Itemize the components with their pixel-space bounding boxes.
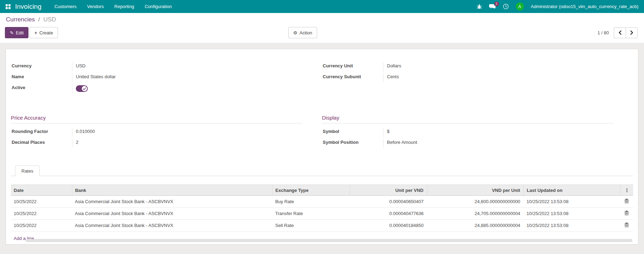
- breadcrumb: Currencies / USD: [6, 16, 638, 23]
- menu-configuration[interactable]: Configuration: [139, 0, 177, 13]
- messages-icon[interactable]: 1: [489, 4, 496, 9]
- currency-subunit-value: Cents: [383, 73, 399, 80]
- pager: 1 / 80: [597, 27, 638, 38]
- cell-exchange-type[interactable]: Sell Rate: [272, 220, 350, 232]
- cell-last-updated[interactable]: 10/25/2022 13:53:08: [524, 220, 620, 232]
- cell-exchange-type[interactable]: Transfer Rate: [272, 208, 350, 220]
- messages-badge: 1: [494, 1, 499, 6]
- cell-last-updated[interactable]: 10/25/2022 13:53:08: [524, 208, 620, 220]
- plus-icon: +: [34, 31, 37, 35]
- cell-date[interactable]: 10/25/2022: [11, 196, 72, 208]
- price-accuracy-section: Price Accuracy Rounding Factor 0.010000 …: [11, 115, 322, 150]
- currency-unit-label: Currency Unit: [322, 62, 383, 72]
- delete-row-button[interactable]: [624, 199, 629, 203]
- active-toggle[interactable]: [76, 85, 88, 92]
- gear-icon: ⚙: [293, 31, 297, 35]
- active-label: Active: [11, 84, 72, 93]
- edit-button[interactable]: ✎ Edit: [5, 27, 28, 38]
- chevron-right-icon: [630, 31, 633, 35]
- activities-clock-icon[interactable]: [503, 4, 509, 9]
- cell-unit-per-vnd[interactable]: 0.000040184850: [350, 220, 427, 232]
- breadcrumb-current: USD: [43, 16, 56, 23]
- top-navbar: Invoicing Customers Vendors Reporting Co…: [0, 0, 644, 13]
- debug-bug-icon[interactable]: [477, 4, 482, 9]
- symbol-position-value: Before Amount: [383, 139, 417, 146]
- optional-columns-button[interactable]: ⋮: [620, 185, 633, 196]
- pager-next-button[interactable]: [626, 27, 638, 38]
- cell-vnd-per-unit[interactable]: 24,600.000000000000: [427, 196, 524, 208]
- decimal-places-label: Decimal Places: [11, 139, 72, 148]
- delete-row-button[interactable]: [624, 222, 629, 227]
- apps-menu-icon[interactable]: [6, 4, 11, 9]
- cell-bank[interactable]: Asia Commercial Joint Stock Bank - ASCBV…: [72, 220, 272, 232]
- notebook: Rates Date Bank Exchange Type Unit per V…: [11, 165, 633, 241]
- toggle-check-icon: [82, 86, 87, 91]
- user-avatar[interactable]: A: [516, 2, 524, 11]
- name-value: United States dollar: [72, 73, 116, 80]
- display-section: Display Symbol $ Symbol Position Before …: [322, 115, 633, 150]
- symbol-value: $: [383, 128, 389, 135]
- symbol-position-label: Symbol Position: [322, 139, 383, 148]
- cell-unit-per-vnd[interactable]: 0.000040650407: [350, 196, 427, 208]
- cell-date[interactable]: 10/25/2022: [11, 220, 72, 232]
- screen: Invoicing Customers Vendors Reporting Co…: [0, 0, 644, 254]
- vertical-dots-icon: ⋮: [623, 187, 630, 193]
- table-row[interactable]: 10/25/2022 Asia Commercial Joint Stock B…: [11, 196, 633, 208]
- app-name[interactable]: Invoicing: [15, 3, 41, 11]
- rounding-factor-value: 0.010000: [72, 128, 95, 135]
- cell-bank[interactable]: Asia Commercial Joint Stock Bank - ASCBV…: [72, 196, 272, 208]
- main-menu: Customers Vendors Reporting Configuratio…: [49, 0, 177, 13]
- trash-icon: [624, 199, 629, 203]
- menu-reporting[interactable]: Reporting: [109, 0, 139, 13]
- rates-table: Date Bank Exchange Type Unit per VND VND…: [11, 185, 633, 232]
- pager-previous-button[interactable]: [614, 27, 626, 38]
- col-header-exchange-type[interactable]: Exchange Type: [272, 185, 350, 196]
- col-header-bank[interactable]: Bank: [72, 185, 272, 196]
- action-button[interactable]: ⚙ Action: [288, 27, 317, 38]
- cell-bank[interactable]: Asia Commercial Joint Stock Bank - ASCBV…: [72, 208, 272, 220]
- currency-value: USD: [72, 62, 85, 69]
- menu-vendors[interactable]: Vendors: [82, 0, 109, 13]
- cell-vnd-per-unit[interactable]: 24,885.000000000004: [427, 220, 524, 232]
- currency-unit-value: Dollars: [383, 62, 401, 69]
- table-row[interactable]: 10/25/2022 Asia Commercial Joint Stock B…: [11, 220, 633, 232]
- cell-unit-per-vnd[interactable]: 0.000040477636: [350, 208, 427, 220]
- delete-row-button[interactable]: [624, 210, 629, 215]
- menu-customers[interactable]: Customers: [49, 0, 82, 13]
- chevron-left-icon: [618, 31, 622, 35]
- cell-exchange-type[interactable]: Buy Rate: [272, 196, 350, 208]
- horizontal-scrollbar[interactable]: [26, 239, 632, 242]
- display-title: Display: [322, 115, 613, 123]
- trash-icon: [624, 222, 629, 227]
- breadcrumb-separator: /: [38, 16, 40, 23]
- rounding-factor-label: Rounding Factor: [11, 128, 72, 137]
- table-row[interactable]: 10/25/2022 Asia Commercial Joint Stock B…: [11, 208, 633, 220]
- cell-vnd-per-unit[interactable]: 24,705.000000000004: [427, 208, 524, 220]
- name-label: Name: [11, 73, 72, 82]
- rates-header-row: Date Bank Exchange Type Unit per VND VND…: [11, 185, 633, 196]
- col-header-date[interactable]: Date: [11, 185, 72, 196]
- cell-last-updated[interactable]: 10/25/2022 13:53:08: [524, 196, 620, 208]
- pager-count: 1 / 80: [597, 30, 609, 35]
- currency-label: Currency: [11, 62, 72, 72]
- control-panel: Currencies / USD ✎ Edit + Create ⚙ Actio…: [0, 13, 644, 43]
- pencil-icon: ✎: [10, 31, 14, 35]
- user-menu[interactable]: Administrator (odoo15_viin_auto_currency…: [531, 4, 638, 9]
- trash-icon: [624, 210, 629, 215]
- form-group-left: Currency USD Name United States dollar A…: [11, 62, 322, 95]
- decimal-places-value: 2: [72, 139, 78, 146]
- currency-subunit-label: Currency Subunit: [322, 73, 383, 82]
- price-accuracy-title: Price Accuracy: [11, 115, 302, 123]
- content-area: Currency USD Name United States dollar A…: [0, 43, 644, 254]
- symbol-label: Symbol: [322, 128, 383, 137]
- cell-date[interactable]: 10/25/2022: [11, 208, 72, 220]
- currency-form-sheet: Currency USD Name United States dollar A…: [6, 49, 638, 245]
- col-header-last-updated[interactable]: Last Updated on: [524, 185, 620, 196]
- breadcrumb-currencies-link[interactable]: Currencies: [6, 16, 35, 23]
- create-button[interactable]: + Create: [29, 27, 58, 38]
- col-header-vnd-per-unit[interactable]: VND per Unit: [427, 185, 524, 196]
- form-group-right: Currency Unit Dollars Currency Subunit C…: [322, 62, 633, 95]
- tab-rates[interactable]: Rates: [15, 166, 40, 176]
- col-header-unit-per-vnd[interactable]: Unit per VND: [350, 185, 427, 196]
